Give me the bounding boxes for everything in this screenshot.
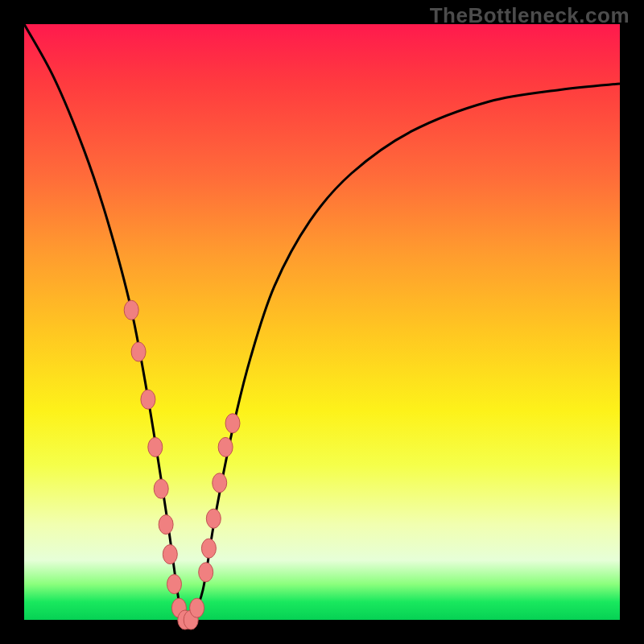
sample-marker [213,473,227,493]
sample-marker [218,437,233,456]
sample-marker [124,300,138,320]
sample-marker [159,515,173,535]
chart-frame: TheBottleneck.com [0,0,644,644]
sample-marker [167,575,181,594]
sample-marker [163,545,177,564]
curve-svg [24,24,620,620]
sample-marker [141,390,155,409]
sample-marker [131,342,146,361]
sample-marker [154,479,168,498]
sample-marker [190,598,204,617]
sample-marker [225,414,240,433]
sample-marker [206,509,221,528]
plot-area [24,24,620,620]
sample-marker [201,539,216,558]
bottleneck-curve [24,24,620,623]
sample-markers [124,300,240,630]
sample-marker [199,563,213,582]
sample-marker [148,437,163,456]
